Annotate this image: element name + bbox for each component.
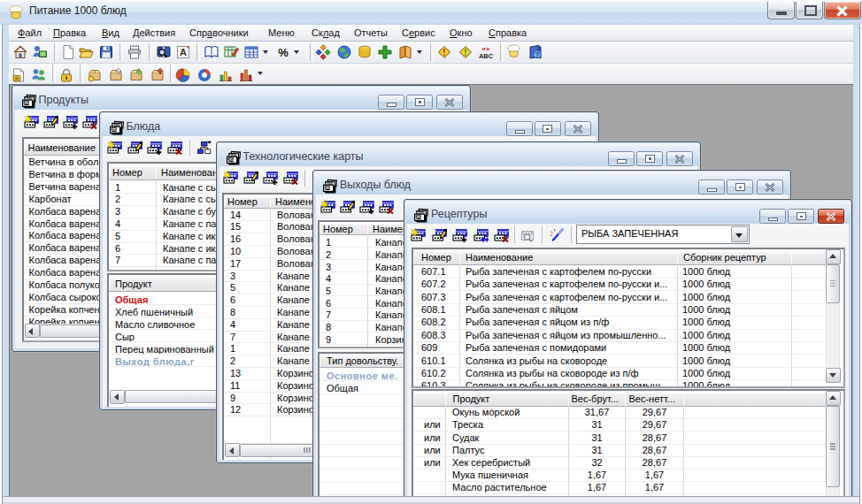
svg-text:ABC: ABC bbox=[479, 52, 494, 60]
svg-text:!: ! bbox=[464, 48, 466, 57]
svg-text:А: А bbox=[180, 47, 187, 57]
svg-text:?: ? bbox=[535, 50, 539, 59]
svg-text:!: ! bbox=[443, 48, 445, 57]
svg-text:%: % bbox=[278, 46, 289, 59]
